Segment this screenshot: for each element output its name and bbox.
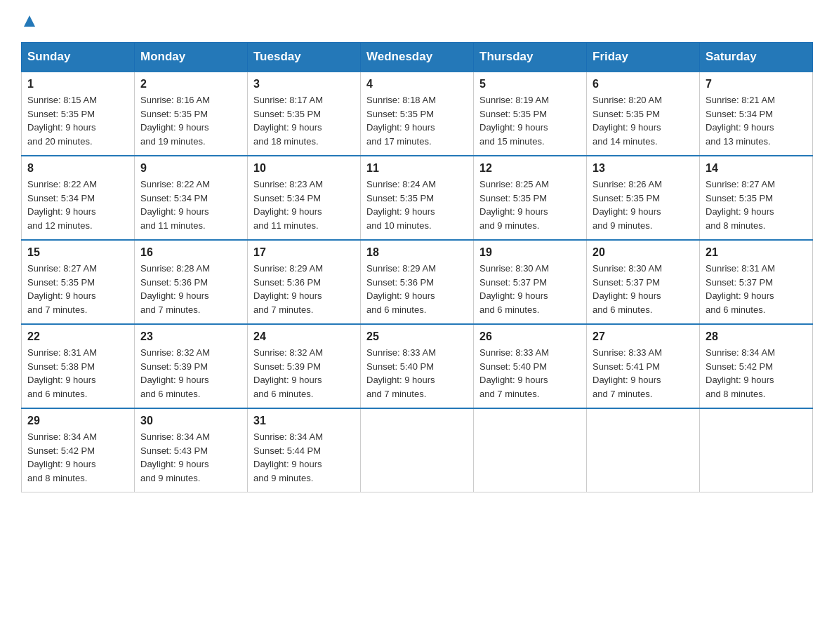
day-number: 11 xyxy=(366,162,468,175)
day-info: Sunrise: 8:24 AMSunset: 5:35 PMDaylight:… xyxy=(366,179,436,231)
day-number: 4 xyxy=(366,78,468,90)
weekday-header-saturday: Saturday xyxy=(700,43,813,72)
calendar-day-cell: 29 Sunrise: 8:34 AMSunset: 5:42 PMDaylig… xyxy=(22,408,135,492)
day-number: 27 xyxy=(593,330,694,343)
day-info: Sunrise: 8:27 AMSunset: 5:35 PMDaylight:… xyxy=(27,263,97,315)
calendar-day-cell: 19 Sunrise: 8:30 AMSunset: 5:37 PMDaylig… xyxy=(474,240,587,324)
weekday-header-row: SundayMondayTuesdayWednesdayThursdayFrid… xyxy=(22,43,813,72)
calendar-day-cell: 26 Sunrise: 8:33 AMSunset: 5:40 PMDaylig… xyxy=(474,324,587,408)
calendar-day-cell xyxy=(361,408,474,492)
day-number: 31 xyxy=(253,415,355,427)
day-info: Sunrise: 8:31 AMSunset: 5:38 PMDaylight:… xyxy=(27,347,97,399)
weekday-header-friday: Friday xyxy=(587,43,700,72)
calendar-day-cell xyxy=(587,408,700,492)
calendar-day-cell: 21 Sunrise: 8:31 AMSunset: 5:37 PMDaylig… xyxy=(700,240,813,324)
weekday-header-sunday: Sunday xyxy=(22,43,135,72)
day-info: Sunrise: 8:31 AMSunset: 5:37 PMDaylight:… xyxy=(706,263,775,315)
day-number: 13 xyxy=(593,162,694,175)
calendar-day-cell: 4 Sunrise: 8:18 AMSunset: 5:35 PMDayligh… xyxy=(361,72,474,156)
day-number: 24 xyxy=(253,330,355,343)
calendar-day-cell: 18 Sunrise: 8:29 AMSunset: 5:36 PMDaylig… xyxy=(361,240,474,324)
day-info: Sunrise: 8:32 AMSunset: 5:39 PMDaylight:… xyxy=(140,347,210,399)
calendar-day-cell: 12 Sunrise: 8:25 AMSunset: 5:35 PMDaylig… xyxy=(474,156,587,240)
calendar-day-cell: 6 Sunrise: 8:20 AMSunset: 5:35 PMDayligh… xyxy=(587,72,700,156)
calendar-day-cell: 9 Sunrise: 8:22 AMSunset: 5:34 PMDayligh… xyxy=(135,156,248,240)
day-number: 9 xyxy=(140,162,241,175)
day-number: 14 xyxy=(706,162,807,175)
weekday-header-thursday: Thursday xyxy=(474,43,587,72)
day-number: 28 xyxy=(706,330,807,343)
calendar-day-cell xyxy=(700,408,813,492)
calendar-day-cell: 7 Sunrise: 8:21 AMSunset: 5:34 PMDayligh… xyxy=(700,72,813,156)
day-info: Sunrise: 8:27 AMSunset: 5:35 PMDaylight:… xyxy=(706,179,775,231)
day-info: Sunrise: 8:34 AMSunset: 5:42 PMDaylight:… xyxy=(27,431,97,483)
day-number: 21 xyxy=(706,246,807,259)
day-number: 12 xyxy=(479,162,581,175)
day-info: Sunrise: 8:33 AMSunset: 5:41 PMDaylight:… xyxy=(593,347,662,399)
calendar-day-cell: 25 Sunrise: 8:33 AMSunset: 5:40 PMDaylig… xyxy=(361,324,474,408)
calendar-day-cell: 23 Sunrise: 8:32 AMSunset: 5:39 PMDaylig… xyxy=(135,324,248,408)
calendar-day-cell: 27 Sunrise: 8:33 AMSunset: 5:41 PMDaylig… xyxy=(587,324,700,408)
calendar-week-row: 15 Sunrise: 8:27 AMSunset: 5:35 PMDaylig… xyxy=(22,240,813,324)
calendar-day-cell: 8 Sunrise: 8:22 AMSunset: 5:34 PMDayligh… xyxy=(22,156,135,240)
day-number: 10 xyxy=(253,162,355,175)
weekday-header-tuesday: Tuesday xyxy=(248,43,361,72)
day-info: Sunrise: 8:34 AMSunset: 5:44 PMDaylight:… xyxy=(253,431,323,483)
day-info: Sunrise: 8:21 AMSunset: 5:34 PMDaylight:… xyxy=(706,95,775,147)
day-info: Sunrise: 8:29 AMSunset: 5:36 PMDaylight:… xyxy=(366,263,436,315)
logo xyxy=(21,14,37,28)
day-info: Sunrise: 8:32 AMSunset: 5:39 PMDaylight:… xyxy=(253,347,323,399)
calendar-day-cell: 20 Sunrise: 8:30 AMSunset: 5:37 PMDaylig… xyxy=(587,240,700,324)
day-info: Sunrise: 8:28 AMSunset: 5:36 PMDaylight:… xyxy=(140,263,210,315)
day-number: 3 xyxy=(253,78,355,90)
weekday-header-monday: Monday xyxy=(135,43,248,72)
day-number: 22 xyxy=(27,330,128,343)
calendar-day-cell: 22 Sunrise: 8:31 AMSunset: 5:38 PMDaylig… xyxy=(22,324,135,408)
day-info: Sunrise: 8:18 AMSunset: 5:35 PMDaylight:… xyxy=(366,95,436,147)
day-info: Sunrise: 8:30 AMSunset: 5:37 PMDaylight:… xyxy=(479,263,549,315)
calendar-day-cell: 28 Sunrise: 8:34 AMSunset: 5:42 PMDaylig… xyxy=(700,324,813,408)
day-number: 5 xyxy=(479,78,581,90)
calendar-week-row: 8 Sunrise: 8:22 AMSunset: 5:34 PMDayligh… xyxy=(22,156,813,240)
day-info: Sunrise: 8:34 AMSunset: 5:42 PMDaylight:… xyxy=(706,347,775,399)
page-header xyxy=(21,14,813,28)
day-number: 25 xyxy=(366,330,468,343)
calendar-day-cell: 14 Sunrise: 8:27 AMSunset: 5:35 PMDaylig… xyxy=(700,156,813,240)
day-info: Sunrise: 8:22 AMSunset: 5:34 PMDaylight:… xyxy=(27,179,97,231)
day-number: 17 xyxy=(253,246,355,259)
calendar-day-cell: 15 Sunrise: 8:27 AMSunset: 5:35 PMDaylig… xyxy=(22,240,135,324)
day-info: Sunrise: 8:23 AMSunset: 5:34 PMDaylight:… xyxy=(253,179,323,231)
day-number: 18 xyxy=(366,246,468,259)
day-info: Sunrise: 8:22 AMSunset: 5:34 PMDaylight:… xyxy=(140,179,210,231)
day-number: 1 xyxy=(27,78,128,90)
calendar-table: SundayMondayTuesdayWednesdayThursdayFrid… xyxy=(21,42,813,492)
day-number: 26 xyxy=(479,330,581,343)
calendar-day-cell: 3 Sunrise: 8:17 AMSunset: 5:35 PMDayligh… xyxy=(248,72,361,156)
day-info: Sunrise: 8:19 AMSunset: 5:35 PMDaylight:… xyxy=(479,95,549,147)
day-info: Sunrise: 8:17 AMSunset: 5:35 PMDaylight:… xyxy=(253,95,323,147)
day-number: 20 xyxy=(593,246,694,259)
day-number: 8 xyxy=(27,162,128,175)
day-info: Sunrise: 8:33 AMSunset: 5:40 PMDaylight:… xyxy=(479,347,549,399)
day-info: Sunrise: 8:16 AMSunset: 5:35 PMDaylight:… xyxy=(140,95,210,147)
calendar-day-cell: 1 Sunrise: 8:15 AMSunset: 5:35 PMDayligh… xyxy=(22,72,135,156)
day-number: 23 xyxy=(140,330,241,343)
day-info: Sunrise: 8:25 AMSunset: 5:35 PMDaylight:… xyxy=(479,179,549,231)
svg-marker-0 xyxy=(24,15,35,27)
calendar-week-row: 1 Sunrise: 8:15 AMSunset: 5:35 PMDayligh… xyxy=(22,72,813,156)
day-number: 7 xyxy=(706,78,807,90)
logo-triangle-icon xyxy=(22,14,37,28)
day-number: 29 xyxy=(27,415,128,427)
calendar-day-cell: 24 Sunrise: 8:32 AMSunset: 5:39 PMDaylig… xyxy=(248,324,361,408)
calendar-day-cell: 30 Sunrise: 8:34 AMSunset: 5:43 PMDaylig… xyxy=(135,408,248,492)
day-info: Sunrise: 8:34 AMSunset: 5:43 PMDaylight:… xyxy=(140,431,210,483)
day-info: Sunrise: 8:15 AMSunset: 5:35 PMDaylight:… xyxy=(27,95,97,147)
calendar-week-row: 22 Sunrise: 8:31 AMSunset: 5:38 PMDaylig… xyxy=(22,324,813,408)
calendar-day-cell xyxy=(474,408,587,492)
day-info: Sunrise: 8:26 AMSunset: 5:35 PMDaylight:… xyxy=(593,179,662,231)
day-info: Sunrise: 8:30 AMSunset: 5:37 PMDaylight:… xyxy=(593,263,662,315)
day-number: 16 xyxy=(140,246,241,259)
calendar-day-cell: 13 Sunrise: 8:26 AMSunset: 5:35 PMDaylig… xyxy=(587,156,700,240)
calendar-day-cell: 5 Sunrise: 8:19 AMSunset: 5:35 PMDayligh… xyxy=(474,72,587,156)
day-number: 30 xyxy=(140,415,241,427)
